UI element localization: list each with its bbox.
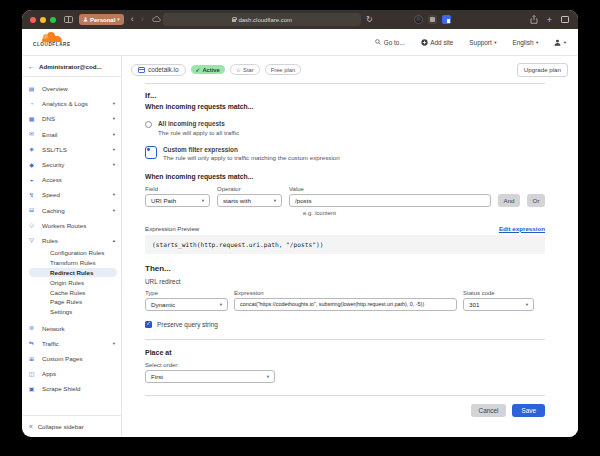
back-button[interactable]: ‹ <box>131 15 134 24</box>
back-arrow-icon: ← <box>28 63 35 70</box>
share-icon[interactable] <box>530 15 538 24</box>
search-icon <box>375 39 381 45</box>
sidebar-item-network[interactable]: ⊚Network <box>22 321 121 336</box>
chevron-down-icon: ▾ <box>113 132 115 137</box>
url-text: dash.cloudflare.com <box>238 17 292 23</box>
sidebar-item-security[interactable]: ◆Security▾ <box>22 157 121 172</box>
plus-circle-icon <box>421 39 428 46</box>
save-button[interactable]: Save <box>512 404 545 417</box>
chevron-down-icon: ▾ <box>220 302 222 307</box>
cloudflare-logo[interactable]: CLOUDFLARE <box>33 36 71 48</box>
language-menu[interactable]: English ▾ <box>513 39 539 46</box>
sidebar-item-caching[interactable]: ⊟Caching▾ <box>22 203 121 218</box>
star-icon: ☆ <box>236 67 241 73</box>
profile-button[interactable]: Personal ▾ <box>79 14 124 25</box>
sidebar-item-label: Redirect Rules <box>50 269 93 276</box>
extension-screenshot-icon[interactable] <box>428 15 437 24</box>
forward-button[interactable]: › <box>141 15 144 24</box>
sidebar-item-apps[interactable]: ◫Apps <box>22 366 121 381</box>
collapse-icon: « <box>29 423 33 430</box>
sidebar: ← Administrator@cod... ▤Overview◔Analyti… <box>22 56 122 437</box>
downloads-icon[interactable] <box>152 16 161 24</box>
minimize-window-button[interactable] <box>40 17 46 23</box>
sidebar-item-custom-pages[interactable]: ⊞Custom Pages <box>22 351 121 366</box>
sidebar-item-label: Cache Rules <box>50 289 85 296</box>
address-bar[interactable]: dash.cloudflare.com <box>163 13 361 26</box>
sidebar-item-page-rules[interactable]: Page Rules <box>29 297 117 307</box>
type-select[interactable]: Dynamic ▾ <box>145 298 228 311</box>
sidebar-toggle-icon[interactable] <box>64 16 73 23</box>
sidebar-item-label: Page Rules <box>50 298 82 305</box>
domain-pill[interactable]: codetalk.io <box>131 64 186 76</box>
network-icon: ⊚ <box>28 325 35 331</box>
sidebar-item-origin-rules[interactable]: Origin Rules <box>29 277 117 287</box>
radio-selected-icon[interactable] <box>145 146 157 159</box>
radio-custom-expression[interactable]: Custom filter expression The rule will o… <box>145 146 545 162</box>
value-input[interactable] <box>289 194 491 207</box>
security-icon: ◆ <box>28 162 35 168</box>
sidebar-item-label: Origin Rules <box>50 279 84 286</box>
access-icon: ◒ <box>28 177 35 183</box>
extension-privacy-icon[interactable] <box>414 15 423 24</box>
star-button[interactable]: ☆ Star <box>230 64 260 75</box>
and-button[interactable]: And <box>498 194 520 207</box>
edit-expression-link[interactable]: Edit expression <box>499 225 545 232</box>
add-site-button[interactable]: Add site <box>421 39 454 46</box>
domain-name: codetalk.io <box>148 66 179 73</box>
sidebar-item-settings[interactable]: Settings <box>29 307 117 317</box>
chevron-down-icon: ▾ <box>117 17 119 22</box>
sidebar-item-ssl-tls[interactable]: ◈SSL/TLS▾ <box>22 142 121 157</box>
chevron-down-icon: ▾ <box>274 198 276 203</box>
refresh-icon[interactable]: ↻ <box>366 13 373 26</box>
support-menu[interactable]: Support ▾ <box>469 39 496 46</box>
operator-select[interactable]: starts with ▾ <box>217 194 282 207</box>
field-select[interactable]: URI Path ▾ <box>145 194 210 207</box>
close-window-button[interactable] <box>30 17 36 23</box>
sidebar-item-rules[interactable]: ▽Rules▴ <box>22 233 121 248</box>
new-tab-button[interactable]: + <box>547 15 552 25</box>
sidebar-item-redirect-rules[interactable]: Redirect Rules <box>29 268 117 278</box>
sidebar-item-scrape-shield[interactable]: ▣Scrape Shield <box>22 381 121 396</box>
chevron-down-icon: ▾ <box>494 40 496 45</box>
upgrade-plan-button[interactable]: Upgrade plan <box>517 63 568 77</box>
chevron-down-icon: ▾ <box>113 116 115 121</box>
redirect-expression-label: Expression <box>234 290 457 296</box>
radio-icon[interactable] <box>145 121 152 128</box>
expression-preview-box: (starts_with(http.request.uri.path, "/po… <box>145 235 545 254</box>
divider <box>145 339 545 340</box>
analytics-icon: ◔ <box>28 101 35 107</box>
account-header[interactable]: ← Administrator@cod... <box>22 56 121 77</box>
radio-all-incoming[interactable]: All incoming requests The rule will appl… <box>145 120 545 136</box>
match-heading-2: When incoming requests match... <box>145 173 545 180</box>
field-label: Field <box>145 186 210 192</box>
checkbox-checked-icon[interactable]: ✓ <box>145 321 152 328</box>
sidebar-item-transform-rules[interactable]: Transform Rules <box>29 258 117 268</box>
order-select[interactable]: First ▾ <box>145 370 275 383</box>
sidebar-item-cache-rules[interactable]: Cache Rules <box>29 287 117 297</box>
type-label: Type <box>145 290 228 296</box>
preserve-query-checkbox-row[interactable]: ✓ Preserve query string <box>145 321 545 328</box>
sidebar-item-configuration-rules[interactable]: Configuration Rules <box>29 248 117 258</box>
redirect-expression-input[interactable] <box>234 298 457 311</box>
sidebar-item-label: Security <box>42 161 64 168</box>
status-code-select[interactable]: 301 ▾ <box>463 298 534 311</box>
sidebar-item-dns[interactable]: ▦DNS▾ <box>22 111 121 126</box>
sidebar-item-overview[interactable]: ▤Overview <box>22 81 121 96</box>
sidebar-item-analytics-logs[interactable]: ◔Analytics & Logs▾ <box>22 96 121 111</box>
sidebar-item-email[interactable]: ✉Email▾ <box>22 127 121 142</box>
sidebar-item-workers-routes[interactable]: ◇Workers Routes <box>22 218 121 233</box>
goto-search[interactable]: Go to... <box>375 39 404 46</box>
sidebar-item-access[interactable]: ◒Access <box>22 172 121 187</box>
sidebar-item-speed[interactable]: ↯Speed▾ <box>22 187 121 202</box>
collapse-sidebar-button[interactable]: « Collapse sidebar <box>22 415 121 437</box>
profile-label: Personal <box>90 17 115 23</box>
account-menu[interactable]: ▾ <box>554 39 566 46</box>
cancel-button[interactable]: Cancel <box>471 404 507 417</box>
tab-overview-icon[interactable] <box>561 16 569 23</box>
zoom-window-button[interactable] <box>50 17 56 23</box>
sidebar-item-label: Configuration Rules <box>50 249 104 256</box>
sidebar-item-traffic[interactable]: ⇆Traffic▾ <box>22 336 121 351</box>
extension-password-manager-icon[interactable] <box>442 15 451 24</box>
main-content: codetalk.io ✓ Active ☆ Star Free plan Up… <box>122 56 578 437</box>
or-button[interactable]: Or <box>527 194 545 207</box>
